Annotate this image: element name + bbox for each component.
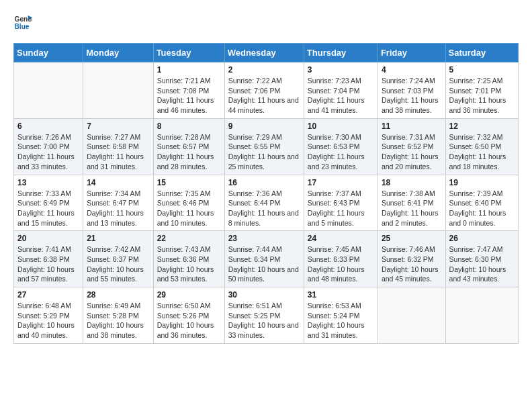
calendar-cell: 2 Sunrise: 7:22 AM Sunset: 7:06 PM Dayli… [224,62,304,119]
day-number: 14 [87,178,149,187]
calendar-cell: 18 Sunrise: 7:38 AM Sunset: 6:41 PM Dayl… [378,175,445,231]
day-info: Sunrise: 7:44 AM Sunset: 6:34 PM Dayligh… [228,244,300,284]
day-info: Sunrise: 7:47 AM Sunset: 6:30 PM Dayligh… [449,244,515,284]
calendar-table: SundayMondayTuesdayWednesdayThursdayFrid… [13,43,519,344]
calendar-cell: 31 Sunrise: 6:53 AM Sunset: 5:24 PM Dayl… [304,287,378,344]
calendar-cell: 4 Sunrise: 7:24 AM Sunset: 7:03 PM Dayli… [378,62,445,119]
day-number: 31 [308,290,374,300]
day-info: Sunrise: 7:42 AM Sunset: 6:37 PM Dayligh… [87,244,149,284]
day-info: Sunrise: 6:50 AM Sunset: 5:26 PM Dayligh… [157,301,221,340]
calendar-cell: 20 Sunrise: 7:41 AM Sunset: 6:38 PM Dayl… [14,231,83,287]
day-info: Sunrise: 7:31 AM Sunset: 6:52 PM Dayligh… [382,132,442,172]
logo: General Blue [13,13,35,32]
day-info: Sunrise: 7:39 AM Sunset: 6:40 PM Dayligh… [449,189,515,228]
day-number: 27 [17,290,79,300]
day-number: 15 [157,178,221,187]
calendar-cell: 14 Sunrise: 7:34 AM Sunset: 6:47 PM Dayl… [83,175,153,231]
calendar-cell: 16 Sunrise: 7:36 AM Sunset: 6:44 PM Dayl… [224,175,304,231]
calendar-cell: 17 Sunrise: 7:37 AM Sunset: 6:43 PM Dayl… [304,175,378,231]
weekday-header: Thursday [304,44,378,62]
weekday-header: Monday [83,44,153,62]
calendar-cell: 11 Sunrise: 7:31 AM Sunset: 6:52 PM Dayl… [378,118,445,175]
day-number: 22 [157,234,221,243]
day-number: 2 [228,65,300,75]
day-number: 26 [449,234,515,243]
day-info: Sunrise: 7:30 AM Sunset: 6:53 PM Dayligh… [308,132,374,172]
calendar-cell: 27 Sunrise: 6:48 AM Sunset: 5:29 PM Dayl… [14,287,83,344]
svg-text:Blue: Blue [15,23,30,30]
day-number: 29 [157,290,221,300]
day-info: Sunrise: 7:46 AM Sunset: 6:32 PM Dayligh… [382,244,442,284]
day-number: 28 [87,290,149,300]
weekday-header: Sunday [14,44,83,62]
day-number: 19 [449,178,515,187]
day-info: Sunrise: 7:34 AM Sunset: 6:47 PM Dayligh… [87,189,149,228]
calendar-cell: 6 Sunrise: 7:26 AM Sunset: 7:00 PM Dayli… [14,118,83,175]
calendar-cell [378,287,445,344]
day-info: Sunrise: 6:48 AM Sunset: 5:29 PM Dayligh… [17,301,79,340]
day-number: 6 [17,122,79,131]
calendar-cell: 29 Sunrise: 6:50 AM Sunset: 5:26 PM Dayl… [153,287,224,344]
day-number: 17 [308,178,374,187]
calendar-cell [445,287,518,344]
calendar-week-row: 27 Sunrise: 6:48 AM Sunset: 5:29 PM Dayl… [14,287,519,344]
day-number: 13 [17,178,79,187]
calendar-cell: 23 Sunrise: 7:44 AM Sunset: 6:34 PM Dayl… [224,231,304,287]
day-info: Sunrise: 6:51 AM Sunset: 5:25 PM Dayligh… [228,301,300,340]
calendar-week-row: 6 Sunrise: 7:26 AM Sunset: 7:00 PM Dayli… [14,118,519,175]
day-info: Sunrise: 7:41 AM Sunset: 6:38 PM Dayligh… [17,244,79,284]
day-number: 16 [228,178,300,187]
calendar-cell: 3 Sunrise: 7:23 AM Sunset: 7:04 PM Dayli… [304,62,378,119]
calendar-week-row: 1 Sunrise: 7:21 AM Sunset: 7:08 PM Dayli… [14,62,519,119]
day-number: 3 [308,65,374,75]
day-info: Sunrise: 7:43 AM Sunset: 6:36 PM Dayligh… [157,244,221,284]
day-info: Sunrise: 7:21 AM Sunset: 7:08 PM Dayligh… [157,76,221,116]
day-number: 10 [308,122,374,131]
day-number: 30 [228,290,300,300]
calendar-cell: 21 Sunrise: 7:42 AM Sunset: 6:37 PM Dayl… [83,231,153,287]
day-number: 7 [87,122,149,131]
weekday-header: Tuesday [153,44,224,62]
calendar-cell: 24 Sunrise: 7:45 AM Sunset: 6:33 PM Dayl… [304,231,378,287]
day-info: Sunrise: 7:27 AM Sunset: 6:58 PM Dayligh… [87,132,149,172]
calendar-cell: 19 Sunrise: 7:39 AM Sunset: 6:40 PM Dayl… [445,175,518,231]
calendar-week-row: 13 Sunrise: 7:33 AM Sunset: 6:49 PM Dayl… [14,175,519,231]
page-header: General Blue [13,13,519,32]
calendar-cell: 25 Sunrise: 7:46 AM Sunset: 6:32 PM Dayl… [378,231,445,287]
day-number: 8 [157,122,221,131]
calendar-cell: 10 Sunrise: 7:30 AM Sunset: 6:53 PM Dayl… [304,118,378,175]
day-info: Sunrise: 7:32 AM Sunset: 6:50 PM Dayligh… [449,132,515,172]
calendar-cell: 7 Sunrise: 7:27 AM Sunset: 6:58 PM Dayli… [83,118,153,175]
day-number: 20 [17,234,79,243]
day-info: Sunrise: 7:24 AM Sunset: 7:03 PM Dayligh… [382,76,442,116]
calendar-cell: 13 Sunrise: 7:33 AM Sunset: 6:49 PM Dayl… [14,175,83,231]
calendar-cell: 1 Sunrise: 7:21 AM Sunset: 7:08 PM Dayli… [153,62,224,119]
day-info: Sunrise: 7:35 AM Sunset: 6:46 PM Dayligh… [157,189,221,228]
day-number: 9 [228,122,300,131]
weekday-header: Wednesday [224,44,304,62]
calendar-cell: 8 Sunrise: 7:28 AM Sunset: 6:57 PM Dayli… [153,118,224,175]
day-info: Sunrise: 7:33 AM Sunset: 6:49 PM Dayligh… [17,189,79,228]
day-info: Sunrise: 7:37 AM Sunset: 6:43 PM Dayligh… [308,189,374,228]
day-number: 18 [382,178,442,187]
day-info: Sunrise: 7:36 AM Sunset: 6:44 PM Dayligh… [228,189,300,228]
calendar-cell: 15 Sunrise: 7:35 AM Sunset: 6:46 PM Dayl… [153,175,224,231]
day-number: 24 [308,234,374,243]
day-number: 21 [87,234,149,243]
day-info: Sunrise: 6:53 AM Sunset: 5:24 PM Dayligh… [308,301,374,340]
day-info: Sunrise: 7:45 AM Sunset: 6:33 PM Dayligh… [308,244,374,284]
day-info: Sunrise: 7:22 AM Sunset: 7:06 PM Dayligh… [228,76,300,116]
logo-icon: General Blue [13,13,32,32]
calendar-cell [83,62,153,119]
calendar-header-row: SundayMondayTuesdayWednesdayThursdayFrid… [14,44,519,62]
calendar-week-row: 20 Sunrise: 7:41 AM Sunset: 6:38 PM Dayl… [14,231,519,287]
calendar-cell: 12 Sunrise: 7:32 AM Sunset: 6:50 PM Dayl… [445,118,518,175]
calendar-cell: 9 Sunrise: 7:29 AM Sunset: 6:55 PM Dayli… [224,118,304,175]
day-info: Sunrise: 6:49 AM Sunset: 5:28 PM Dayligh… [87,301,149,340]
day-info: Sunrise: 7:29 AM Sunset: 6:55 PM Dayligh… [228,132,300,172]
day-number: 23 [228,234,300,243]
calendar-cell: 22 Sunrise: 7:43 AM Sunset: 6:36 PM Dayl… [153,231,224,287]
day-info: Sunrise: 7:26 AM Sunset: 7:00 PM Dayligh… [17,132,79,172]
day-info: Sunrise: 7:25 AM Sunset: 7:01 PM Dayligh… [449,76,515,116]
day-number: 4 [382,65,442,75]
